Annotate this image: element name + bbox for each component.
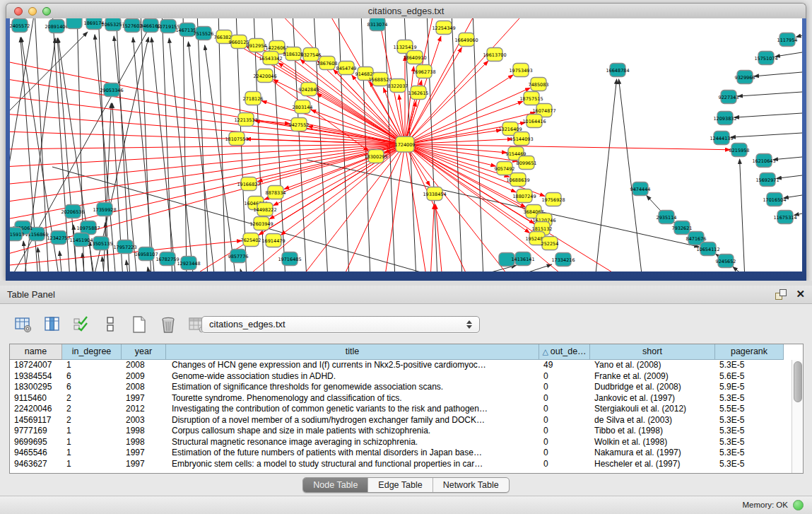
cell-in_degree: 2 (62, 415, 122, 426)
create-column-icon[interactable] (130, 315, 148, 334)
svg-text:13216409: 13216409 (498, 127, 522, 132)
cell-title: Investigating the contribution of common… (166, 404, 539, 415)
svg-text:17957223: 17957223 (113, 245, 136, 250)
cell-name: 14569117 (10, 415, 62, 426)
cell-short: Jankovic et al. (1997) (590, 393, 715, 404)
network-window-frame: 2405572208914061869174106532571527602946… (6, 18, 806, 281)
svg-text:2935114: 2935114 (657, 215, 677, 221)
cell-out_de: 0 (539, 426, 590, 437)
svg-text:18807249: 18807249 (512, 194, 536, 199)
cell-short: Tibbo et al. (1998) (590, 426, 715, 437)
svg-text:12923448: 12923448 (177, 261, 200, 267)
table-select-dropdown[interactable]: citations_edges.txt (201, 316, 480, 333)
tab-node-table[interactable]: Node Table (303, 478, 368, 492)
svg-text:12603949: 12603949 (249, 221, 273, 227)
cell-year: 1997 (122, 393, 166, 404)
table-vertical-scrollbar[interactable] (792, 360, 803, 473)
svg-text:9057492: 9057492 (495, 166, 515, 172)
table-select-value: citations_edges.txt (209, 319, 286, 329)
cell-name: 9777169 (10, 426, 62, 437)
svg-text:29053346: 29053346 (100, 88, 123, 93)
column-header-out_de[interactable]: △out_de… (539, 344, 590, 360)
column-header-short[interactable]: short (590, 344, 715, 360)
cell-title: Tourette syndrome. Phenomenology and cla… (166, 393, 539, 404)
close-panel-icon[interactable]: ✕ (796, 288, 805, 300)
table-row[interactable]: 1830029562008Estimation of significance … (10, 382, 803, 393)
cell-pagerank: 5.3E-5 (715, 459, 784, 470)
svg-text:11675314: 11675314 (773, 215, 796, 221)
svg-text:9427552: 9427552 (289, 122, 310, 128)
cell-year: 2012 (122, 404, 166, 415)
table-row[interactable]: 977716911998Corpus callosum shape and si… (10, 426, 803, 437)
cell-pagerank: 5.3E-5 (715, 360, 784, 371)
table-mode-icon[interactable] (14, 315, 33, 334)
scrollbar-thumb[interactable] (794, 361, 802, 402)
table-row[interactable]: 1938455462009Genome-wide association stu… (10, 371, 803, 382)
node-table: namein_degreeyeartitle△out_de…shortpager… (9, 344, 804, 474)
svg-text:1815132: 1815132 (532, 226, 553, 232)
svg-text:7515526: 7515526 (194, 31, 214, 37)
svg-text:3915913: 3915913 (10, 232, 24, 238)
column-header-in_degree[interactable]: in_degree (62, 344, 122, 360)
svg-text:8313074: 8313074 (367, 22, 388, 28)
svg-text:9327546: 9327546 (301, 52, 322, 58)
svg-text:8878334: 8878334 (266, 190, 286, 196)
svg-text:16958107: 16958107 (134, 252, 158, 257)
column-header-year[interactable]: year (122, 344, 166, 360)
cell-name: 18300295 (10, 382, 62, 393)
svg-text:12093832: 12093832 (713, 116, 736, 122)
network-canvas[interactable]: 2405572208914061869174106532571527602946… (10, 18, 802, 271)
table-row[interactable]: 969969511998Structural magnetic resonanc… (10, 437, 803, 448)
row-height-icon[interactable] (101, 315, 119, 334)
svg-text:17334216: 17334216 (551, 257, 575, 263)
cell-short: Dudbridge et al. (2008) (590, 382, 715, 393)
svg-text:2405572: 2405572 (10, 23, 30, 29)
cell-out_de: 0 (539, 371, 590, 382)
svg-text:1724009: 1724009 (395, 142, 416, 148)
svg-text:9329966: 9329966 (735, 75, 755, 81)
column-header-title[interactable]: title (166, 344, 539, 360)
table-row[interactable]: 946554611997Estimation of the future num… (10, 448, 803, 459)
cell-out_de: 0 (539, 415, 590, 426)
show-columns-icon[interactable] (43, 315, 61, 334)
cell-pagerank: 5.3E-5 (715, 437, 784, 448)
svg-text:19756928: 19756928 (541, 197, 565, 203)
svg-text:7932621: 7932621 (672, 226, 693, 231)
memory-status-indicator[interactable] (793, 500, 804, 510)
cell-title: Estimation of the future numbers of pati… (166, 448, 539, 459)
panel-splitter[interactable] (0, 281, 812, 286)
svg-text:252254: 252254 (541, 241, 559, 247)
select-all-rows-icon[interactable] (72, 315, 90, 334)
column-header-name[interactable]: name (10, 344, 62, 360)
column-header-pagerank[interactable]: pagerank (715, 344, 784, 360)
svg-text:11325419: 11325419 (393, 45, 416, 50)
cell-out_de: 0 (539, 459, 590, 470)
cell-title: Genome-wide association studies in ADHD. (166, 371, 539, 382)
cell-pagerank: 5.5E-5 (715, 404, 784, 415)
table-row[interactable]: 911546021997Tourette syndrome. Phenomeno… (10, 393, 803, 404)
tab-edge-table[interactable]: Edge Table (368, 478, 433, 492)
svg-text:9660125: 9660125 (229, 40, 249, 45)
svg-text:8454749: 8454749 (336, 66, 357, 71)
cell-short: Stergiakouli et al. (2012) (590, 404, 715, 415)
table-panel-header: Table Panel ✕ (0, 286, 812, 304)
tab-network-table[interactable]: Network Table (433, 478, 509, 492)
svg-text:19338454: 19338454 (423, 192, 446, 197)
svg-text:16649060: 16649060 (454, 37, 478, 43)
table-tab-bar: Node TableEdge TableNetwork Table (0, 477, 812, 493)
cell-pagerank: 5.3E-5 (715, 448, 784, 459)
table-row[interactable]: 1872400712008Changes of HCN gene express… (10, 360, 803, 371)
svg-text:9242845: 9242845 (299, 87, 319, 93)
network-window-titlebar[interactable]: citations_edges.txt (6, 3, 806, 20)
table-row[interactable]: 2242004622012Investigating the contribut… (10, 404, 803, 415)
float-panel-icon[interactable] (775, 288, 786, 300)
cell-year: 2003 (122, 415, 166, 426)
svg-text:1527602: 1527602 (122, 23, 143, 29)
svg-text:12254349: 12254349 (432, 25, 455, 31)
table-row[interactable]: 946362711997Embryonic stem cells: a mode… (10, 459, 803, 470)
table-row[interactable]: 1456911722003Disruption of a novel membe… (10, 415, 803, 426)
cell-name: 9465546 (10, 448, 62, 459)
cell-name: 9699695 (10, 437, 62, 448)
delete-columns-icon[interactable] (159, 315, 177, 334)
cell-pagerank: 5.3E-5 (715, 426, 784, 437)
